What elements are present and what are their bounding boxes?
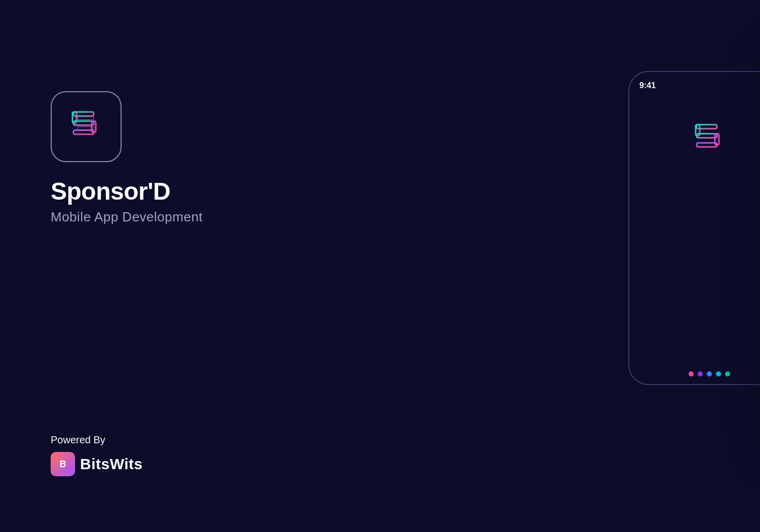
svg-rect-5 [78, 117, 94, 120]
powered-by-section: Powered By B BitsWits [51, 434, 143, 476]
bitswits-text: BitsWits [80, 455, 143, 473]
bitswits-logo: B BitsWits [51, 452, 143, 476]
left-section: Sponsor'D Mobile App Development [51, 91, 203, 225]
app-subtitle: Mobile App Development [51, 209, 203, 225]
phone-back: 9:41 [628, 71, 760, 385]
app-logo-icon [63, 104, 109, 149]
svg-text:B: B [60, 459, 66, 469]
powered-by-label: Powered By [51, 434, 143, 446]
bitswits-icon: B [51, 452, 75, 476]
phone-back-dots [689, 371, 730, 376]
phone-back-time: 9:41 [629, 72, 760, 96]
app-icon-wrapper [51, 91, 122, 162]
phone-back-logo [687, 117, 732, 162]
app-title: Sponsor'D [51, 177, 203, 205]
svg-rect-4 [73, 130, 94, 134]
svg-rect-13 [697, 143, 717, 147]
